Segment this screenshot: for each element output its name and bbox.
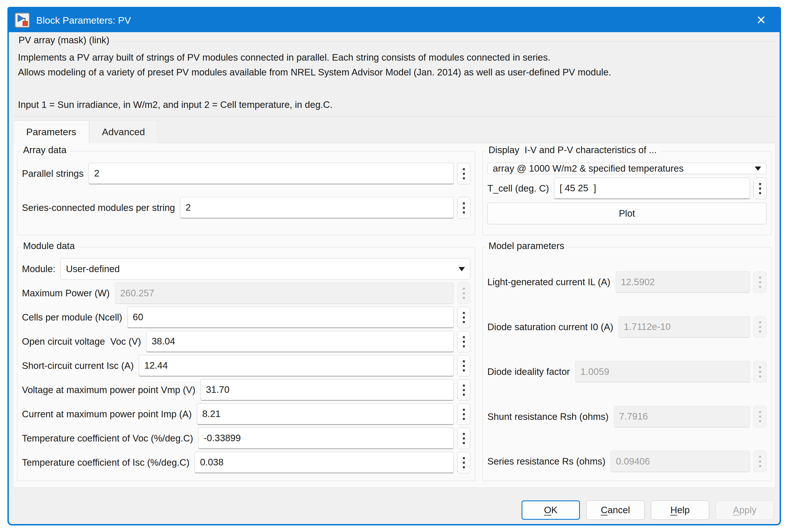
parameter-row: T_cell (deg. C) [ 45 25 ] <box>488 178 767 199</box>
voc-input[interactable]: 38.04 <box>146 331 454 353</box>
parameter-row: Temperature coefficient of Isc (%/deg.C)… <box>22 452 470 473</box>
parameter-row: Cells per module (Ncell) 60 <box>22 307 470 328</box>
isc-label: Short-circuit current Isc (A) <box>22 360 134 371</box>
i0-label: Diode saturation current I0 (A) <box>488 322 613 332</box>
parameter-row: Light-generated current IL (A) 12.5902 <box>488 271 767 293</box>
parameter-row: Short-circuit current Isc (A) 12.44 <box>22 355 470 377</box>
ok-button[interactable]: OK <box>521 500 580 520</box>
model-parameters-group: Model parameters Light-generated current… <box>482 247 771 481</box>
dropdown-caret-icon <box>459 267 465 271</box>
i0-input: 1.7112e-10 <box>619 316 750 338</box>
parallel-strings-input[interactable]: 2 <box>89 163 454 185</box>
isc-input[interactable]: 12.44 <box>139 355 454 377</box>
dialog-button-row: OK Cancel Help Apply <box>12 488 777 520</box>
rsh-input: 7.7916 <box>614 406 750 428</box>
parallel-strings-options-button[interactable] <box>457 163 470 185</box>
temp-coef-isc-options-button[interactable] <box>457 452 470 473</box>
i0-options-button <box>753 316 767 338</box>
isc-options-button[interactable] <box>457 355 470 377</box>
close-icon[interactable]: ✕ <box>748 14 774 26</box>
vertical-dots-icon <box>463 168 465 179</box>
cells-per-module-label: Cells per module (Ncell) <box>22 312 122 323</box>
array-data-legend: Array data <box>20 145 70 155</box>
temp-coef-voc-input[interactable]: -0.33899 <box>198 428 454 449</box>
parameter-row: Module: User-defined <box>22 258 470 280</box>
vertical-dots-icon <box>759 321 761 332</box>
cells-per-module-input[interactable]: 60 <box>127 307 454 328</box>
display-characteristics-legend: Display I-V and P-V characteristics of .… <box>485 145 660 155</box>
vertical-dots-icon <box>759 277 761 288</box>
temp-coef-voc-options-button[interactable] <box>457 428 470 449</box>
help-button[interactable]: Help <box>651 500 709 520</box>
block-parameters-dialog: Block Parameters: PV ✕ PV array (mask) (… <box>7 7 781 526</box>
vertical-dots-icon <box>759 411 761 422</box>
parameter-row: Shunt resistance Rsh (ohms) 7.7916 <box>488 406 767 428</box>
rs-options-button <box>753 451 767 472</box>
temp-coef-voc-label: Temperature coefficient of Voc (%/deg.C) <box>22 433 193 444</box>
parameter-row: Open circuit voltage Voc (V) 38.04 <box>22 331 470 353</box>
vertical-dots-icon <box>759 366 761 377</box>
tcell-options-button[interactable] <box>753 178 767 199</box>
rs-label: Series resistance Rs (ohms) <box>488 456 605 467</box>
parameter-row: Maximum Power (W) 260.257 <box>22 282 470 304</box>
temp-coef-isc-input[interactable]: 0.038 <box>195 452 454 473</box>
vmp-label: Voltage at maximum power point Vmp (V) <box>22 384 196 395</box>
tab-parameters[interactable]: Parameters <box>13 120 89 143</box>
simulink-block-icon <box>15 13 30 28</box>
tcell-input[interactable]: [ 45 25 ] <box>554 178 750 199</box>
il-label: Light-generated current IL (A) <box>488 277 610 287</box>
series-modules-options-button[interactable] <box>457 197 470 218</box>
vertical-dots-icon <box>759 456 761 467</box>
vertical-dots-icon <box>463 433 465 444</box>
imp-options-button[interactable] <box>457 403 470 425</box>
ideality-label: Diode ideality factor <box>488 366 570 377</box>
module-select[interactable]: User-defined <box>60 258 470 280</box>
series-modules-label: Series-connected modules per string <box>22 202 175 213</box>
title-bar[interactable]: Block Parameters: PV ✕ <box>9 8 779 32</box>
maximum-power-label: Maximum Power (W) <box>22 288 110 299</box>
parameter-row: Series resistance Rs (ohms) 0.09406 <box>488 451 767 472</box>
mask-description-group: PV array (mask) (link) Implements a PV a… <box>13 41 776 116</box>
imp-label: Current at maximum power point Imp (A) <box>22 409 192 420</box>
apply-button: Apply <box>716 500 774 520</box>
rsh-options-button <box>753 406 767 428</box>
io-description-line: Input 1 = Sun irradiance, in W/m2, and i… <box>18 97 771 112</box>
description-line: Allows modeling of a variety of preset P… <box>18 65 771 80</box>
display-mode-select[interactable]: array @ 1000 W/m2 & specified temperatur… <box>488 163 767 174</box>
il-input: 12.5902 <box>615 271 750 293</box>
parameter-row: Temperature coefficient of Voc (%/deg.C)… <box>22 428 470 449</box>
cancel-button[interactable]: Cancel <box>586 500 645 520</box>
vmp-options-button[interactable] <box>457 379 470 401</box>
description-line: Implements a PV array built of strings o… <box>18 50 771 65</box>
ideality-options-button <box>753 361 767 383</box>
maximum-power-input: 260.257 <box>115 282 454 304</box>
module-label: Module: <box>22 264 55 274</box>
voc-label: Open circuit voltage Voc (V) <box>22 336 141 347</box>
parameter-row: Series-connected modules per string 2 <box>22 197 470 218</box>
tab-advanced[interactable]: Advanced <box>89 120 158 143</box>
plot-button[interactable]: Plot <box>488 203 767 224</box>
vmp-input[interactable]: 31.70 <box>201 379 454 401</box>
parameter-row: Parallel strings 2 <box>22 163 470 185</box>
imp-input[interactable]: 8.21 <box>197 403 454 425</box>
voc-options-button[interactable] <box>457 331 470 353</box>
mask-group-legend: PV array (mask) (link) <box>15 35 113 45</box>
display-characteristics-group: Display I-V and P-V characteristics of .… <box>482 151 771 235</box>
module-data-legend: Module data <box>20 241 78 251</box>
parallel-strings-label: Parallel strings <box>22 168 84 179</box>
maximum-power-options-button <box>457 282 470 304</box>
ideality-input: 1.0059 <box>575 361 750 383</box>
il-options-button <box>753 271 767 293</box>
vertical-dots-icon <box>463 202 465 213</box>
vertical-dots-icon <box>463 288 465 299</box>
vertical-dots-icon <box>463 384 465 396</box>
tcell-label: T_cell (deg. C) <box>488 183 549 194</box>
vertical-dots-icon <box>759 183 761 194</box>
parameter-row: Current at maximum power point Imp (A) 8… <box>22 403 470 425</box>
vertical-dots-icon <box>463 312 465 323</box>
window-title: Block Parameters: PV <box>36 15 131 26</box>
rs-input: 0.09406 <box>610 451 750 472</box>
vertical-dots-icon <box>463 409 465 420</box>
cells-per-module-options-button[interactable] <box>457 307 470 328</box>
series-modules-input[interactable]: 2 <box>180 197 454 218</box>
